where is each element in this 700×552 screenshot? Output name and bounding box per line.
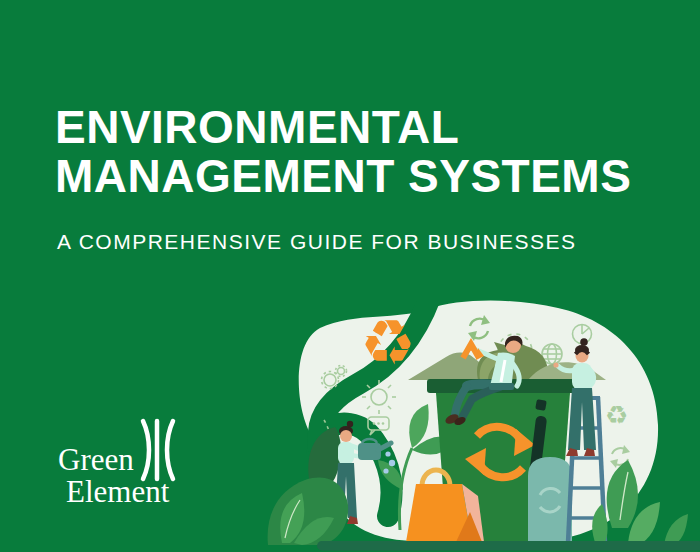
illustration: ♻ (260, 300, 700, 552)
logo-text-green: Green (58, 444, 169, 475)
poster-background: ENVIRONMENTAL MANAGEMENT SYSTEMS A COMPR… (0, 0, 700, 552)
subtitle: A COMPREHENSIVE GUIDE FOR BUSINESSES (57, 230, 577, 254)
leaves-left (268, 478, 349, 545)
logo-text-element: Element (66, 476, 169, 507)
page-title: ENVIRONMENTAL MANAGEMENT SYSTEMS (55, 103, 631, 201)
ground-bar (317, 541, 700, 551)
brand-logo: Green Element (58, 444, 169, 507)
title-line-2: MANAGEMENT SYSTEMS (55, 152, 631, 201)
recycle-icon: ♻ (360, 306, 416, 379)
recycle-outline-icon: ♻ (605, 400, 628, 430)
title-line-1: ENVIRONMENTAL (55, 103, 631, 152)
small-teal-bin (528, 457, 572, 543)
